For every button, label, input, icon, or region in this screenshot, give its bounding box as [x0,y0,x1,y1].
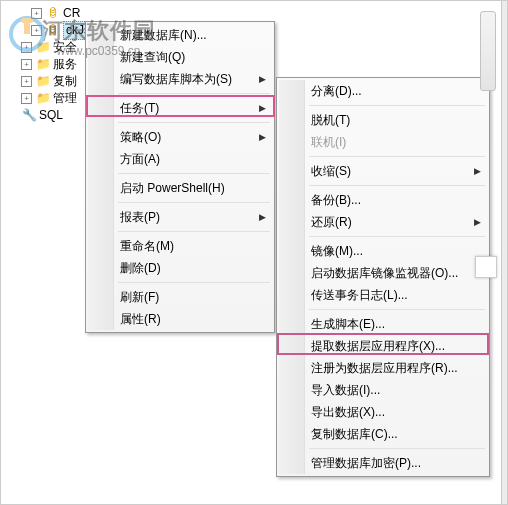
submenu-arrow-icon: ▶ [259,132,266,142]
tree-label: 服务 [53,56,77,73]
menu-item-mirror[interactable]: 镜像(M)... [279,240,487,262]
menu-label: 收缩(S) [311,163,351,180]
menu-label: 备份(B)... [311,192,361,209]
menu-label: 镜像(M)... [311,243,363,260]
menu-label: 提取数据层应用程序(X)... [311,338,445,355]
submenu-tasks[interactable]: 分离(D)... 脱机(T) 联机(I) 收缩(S)▶ 备份(B)... 还原(… [276,77,490,477]
menu-item-script-db-as[interactable]: 编写数据库脚本为(S)▶ [88,68,272,90]
menu-item-shrink[interactable]: 收缩(S)▶ [279,160,487,182]
menu-item-manage-encryption[interactable]: 管理数据库加密(P)... [279,452,487,474]
submenu-arrow-icon: ▶ [474,166,481,176]
menu-label: 属性(R) [120,311,161,328]
menu-separator [118,282,270,283]
submenu-arrow-icon: ▶ [474,217,481,227]
panel-divider[interactable] [501,1,507,504]
menu-item-import-data[interactable]: 导入数据(I)... [279,379,487,401]
menu-item-register-dtapp[interactable]: 注册为数据层应用程序(R)... [279,357,487,379]
folder-icon: 📁 [35,57,51,73]
menu-item-detach[interactable]: 分离(D)... [279,80,487,102]
tree-label: CR [63,5,80,22]
menu-label: 复制数据库(C)... [311,426,398,443]
plus-icon[interactable]: + [21,59,32,70]
menu-separator [118,122,270,123]
menu-label: 新建数据库(N)... [120,27,207,44]
submenu-arrow-icon: ▶ [259,212,266,222]
menu-label: 任务(T) [120,100,159,117]
menu-item-new-query[interactable]: 新建查询(Q) [88,46,272,68]
tree-label: SQL [39,107,63,124]
menu-item-tasks[interactable]: 任务(T)▶ [88,97,272,119]
menu-label: 传送事务日志(L)... [311,287,408,304]
menu-label: 新建查询(Q) [120,49,185,66]
menu-label: 策略(O) [120,129,161,146]
menu-item-policies[interactable]: 策略(O)▶ [88,126,272,148]
menu-label: 删除(D) [120,260,161,277]
plus-icon[interactable]: + [21,42,32,53]
menu-label: 刷新(F) [120,289,159,306]
menu-item-export-data[interactable]: 导出数据(X)... [279,401,487,423]
tree-label: 复制 [53,73,77,90]
menu-label: 注册为数据层应用程序(R)... [311,360,458,377]
menu-label: 启动 PowerShell(H) [120,180,225,197]
menu-separator [309,236,485,237]
tree-item-cr[interactable]: + 🛢 CR [31,5,507,22]
plus-icon[interactable]: + [31,8,42,19]
plus-icon[interactable]: + [31,25,42,36]
menu-label: 分离(D)... [311,83,362,100]
menu-item-new-db[interactable]: 新建数据库(N)... [88,24,272,46]
menu-separator [309,185,485,186]
sql-agent-icon: 🔧 [21,108,37,124]
menu-item-rename[interactable]: 重命名(M) [88,235,272,257]
menu-separator [309,156,485,157]
menu-item-reports[interactable]: 报表(P)▶ [88,206,272,228]
menu-separator [118,231,270,232]
menu-item-properties[interactable]: 属性(R) [88,308,272,330]
menu-item-restore[interactable]: 还原(R)▶ [279,211,487,233]
page-curl-decoration [475,256,497,278]
menu-item-delete[interactable]: 删除(D) [88,257,272,279]
menu-item-powershell[interactable]: 启动 PowerShell(H) [88,177,272,199]
menu-label: 重命名(M) [120,238,174,255]
menu-label: 脱机(T) [311,112,350,129]
menu-label: 生成脚本(E)... [311,316,385,333]
context-menu-database[interactable]: 新建数据库(N)... 新建查询(Q) 编写数据库脚本为(S)▶ 任务(T)▶ … [85,21,275,333]
database-icon: 🛢 [45,6,61,22]
menu-item-online: 联机(I) [279,131,487,153]
folder-icon: 📁 [35,74,51,90]
menu-label: 还原(R) [311,214,352,231]
menu-item-launch-mirror-monitor[interactable]: 启动数据库镜像监视器(O)... [279,262,487,284]
menu-separator [309,105,485,106]
menu-separator [118,93,270,94]
menu-item-refresh[interactable]: 刷新(F) [88,286,272,308]
menu-item-facets[interactable]: 方面(A) [88,148,272,170]
menu-label: 方面(A) [120,151,160,168]
menu-separator [118,173,270,174]
menu-item-offline[interactable]: 脱机(T) [279,109,487,131]
menu-label: 管理数据库加密(P)... [311,455,421,472]
scrollbar[interactable] [480,11,496,91]
plus-icon[interactable]: + [21,76,32,87]
menu-separator [118,202,270,203]
menu-label: 联机(I) [311,134,346,151]
plus-icon[interactable]: + [21,93,32,104]
menu-label: 报表(P) [120,209,160,226]
folder-icon: 📁 [35,91,51,107]
menu-label: 启动数据库镜像监视器(O)... [311,265,458,282]
submenu-arrow-icon: ▶ [259,74,266,84]
menu-item-extract-dtapp[interactable]: 提取数据层应用程序(X)... [279,335,487,357]
folder-icon: 📁 [35,40,51,56]
menu-separator [309,448,485,449]
menu-label: 编写数据库脚本为(S) [120,71,232,88]
menu-item-ship-log[interactable]: 传送事务日志(L)... [279,284,487,306]
menu-label: 导出数据(X)... [311,404,385,421]
menu-separator [309,309,485,310]
menu-item-backup[interactable]: 备份(B)... [279,189,487,211]
menu-label: 导入数据(I)... [311,382,380,399]
menu-item-copy-db[interactable]: 复制数据库(C)... [279,423,487,445]
tree-label: 安全 [53,39,77,56]
tree-label: 管理 [53,90,77,107]
database-icon: 🛢 [45,23,61,39]
menu-item-generate-scripts[interactable]: 生成脚本(E)... [279,313,487,335]
submenu-arrow-icon: ▶ [259,103,266,113]
